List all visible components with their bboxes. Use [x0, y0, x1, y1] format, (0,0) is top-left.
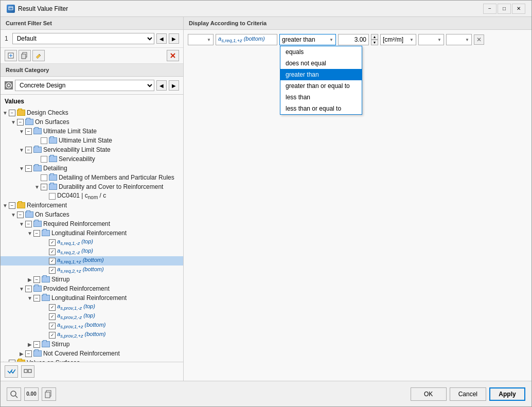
- tree-item-design-checks[interactable]: ▼ Design Checks: [1, 108, 183, 117]
- tree-item-as-req-2-z-top[interactable]: ▶ as,req,2,-z (top): [1, 247, 183, 256]
- tree-item-as-prov-2-z-top[interactable]: ▶ as,prov,2,-z (top): [1, 312, 183, 321]
- checkbox-sls-group[interactable]: [25, 147, 32, 153]
- tree-item-as-req-1-z-top[interactable]: ▶ as,req,1,-z (top): [1, 238, 183, 247]
- tree-item-sls-group[interactable]: ▼ Serviceability Limit State: [1, 145, 183, 154]
- toggle-required-reinforcement[interactable]: ▼: [18, 220, 25, 227]
- toggle-sls-group[interactable]: ▼: [18, 146, 25, 153]
- option-less-than-or-equal[interactable]: less than or equal to: [280, 103, 362, 114]
- checkbox-not-covered[interactable]: [25, 350, 32, 357]
- toggle-detailing-group[interactable]: ▼: [18, 165, 25, 172]
- checkbox-uls[interactable]: [41, 137, 47, 144]
- toggle-uls-group[interactable]: ▼: [18, 128, 25, 135]
- checkbox-as-req-1-z-top[interactable]: [49, 239, 56, 246]
- tree-item-required-reinforcement[interactable]: ▼ Required Reinforcement: [1, 219, 183, 228]
- checkbox-design-checks[interactable]: [9, 110, 15, 116]
- tree-item-reinforcement-surfaces[interactable]: ▼ On Surfaces: [1, 210, 183, 219]
- checkbox-required-reinforcement[interactable]: [25, 221, 32, 227]
- option-equals[interactable]: equals: [280, 46, 362, 58]
- checkbox-as-prov-2-z-bottom[interactable]: [49, 332, 56, 339]
- toggle-durability-group[interactable]: ▼: [33, 183, 41, 190]
- check-all-button[interactable]: [5, 365, 18, 378]
- value-spin-down[interactable]: ▼: [371, 40, 378, 45]
- tree-item-provided-reinforcement[interactable]: ▼ Provided Reinforcement: [1, 284, 183, 293]
- value-spin-up[interactable]: ▲: [371, 34, 378, 40]
- checkbox-long-reinforcement-prov[interactable]: [33, 295, 40, 302]
- checkbox-as-prov-2-z-top[interactable]: [49, 313, 56, 320]
- copy-filter-button[interactable]: [19, 50, 31, 61]
- checkbox-serviceability[interactable]: [41, 156, 47, 163]
- extra-dropdown-1[interactable]: ▼: [418, 34, 444, 45]
- tree-item-reinforcement[interactable]: ▼ Reinforcement: [1, 201, 183, 210]
- category-next-button[interactable]: ▶: [169, 80, 179, 91]
- toggle-longitudinal-reinforcement[interactable]: ▼: [26, 229, 33, 237]
- toggle-provided-reinforcement[interactable]: ▼: [18, 285, 25, 292]
- tree-item-as-prov-2-z-bottom[interactable]: ▶ as,prov,2,+z (bottom): [1, 330, 183, 340]
- checkbox-on-surfaces[interactable]: [17, 119, 24, 126]
- filter-next-button[interactable]: ▶: [169, 33, 179, 44]
- value-input[interactable]: [338, 34, 369, 45]
- toggle-reinforcement-surfaces[interactable]: ▼: [10, 211, 17, 218]
- toggle-long-reinforcement-prov[interactable]: ▼: [26, 294, 33, 302]
- option-greater-than[interactable]: greater than: [280, 69, 362, 80]
- toggle-design-checks[interactable]: ▼: [2, 109, 9, 116]
- tree-item-on-surfaces[interactable]: ▼ On Surfaces: [1, 117, 183, 127]
- toggle-reinforcement[interactable]: ▼: [2, 202, 9, 209]
- option-does-not-equal[interactable]: does not equal: [280, 58, 362, 69]
- tree-item-detailing-members[interactable]: ▶ Detailing of Members and Particular Ru…: [1, 173, 183, 182]
- checkbox-as-req-2-z-bottom[interactable]: [49, 267, 56, 274]
- toggle-stirrup[interactable]: ▶: [26, 276, 33, 283]
- remove-filter-button[interactable]: ✕: [474, 34, 484, 45]
- category-prev-button[interactable]: ◀: [156, 80, 167, 91]
- edit-filter-button[interactable]: [32, 50, 45, 61]
- maximize-button[interactable]: □: [498, 4, 511, 14]
- close-button[interactable]: ✕: [512, 4, 525, 14]
- toggle-on-surfaces[interactable]: ▼: [10, 118, 17, 126]
- tree-item-as-req-1-z-bottom[interactable]: ▶ as,req,1,+z (bottom): [1, 256, 183, 266]
- tree-item-not-covered[interactable]: ▶ Not Covered Reinforcement: [1, 349, 183, 358]
- footer-copy-button[interactable]: [42, 387, 56, 401]
- checkbox-stirrup-prov[interactable]: [33, 341, 40, 348]
- category-select[interactable]: Concrete Design: [15, 80, 154, 91]
- new-filter-button[interactable]: [5, 50, 17, 61]
- comparison-dropdown[interactable]: greater than ▼ equals does not equal gre…: [279, 34, 336, 45]
- tree-item-longitudinal-reinforcement[interactable]: ▼ Longitudinal Reinforcement: [1, 228, 183, 238]
- checkbox-reinforcement-surfaces[interactable]: [17, 211, 24, 218]
- filter-type-dropdown[interactable]: ▼: [188, 34, 214, 45]
- checkbox-as-prov-1-z-top[interactable]: [49, 304, 56, 311]
- tree-item-as-prov-1-z-bottom[interactable]: ▶ as,prov,1,+z (bottom): [1, 321, 183, 330]
- tree-item-values-on-surfaces[interactable]: ▶ Values on Surfaces: [1, 358, 183, 362]
- checkbox-reinforcement[interactable]: [9, 202, 15, 209]
- checkbox-as-req-1-z-bottom[interactable]: [49, 258, 56, 264]
- tree-item-detailing-group[interactable]: ▼ Detailing: [1, 164, 183, 173]
- filter-prev-button[interactable]: ◀: [156, 33, 167, 44]
- tree-item-dc0401[interactable]: ▶ DC0401 | cnom / c: [1, 191, 183, 201]
- delete-filter-button[interactable]: [167, 50, 179, 61]
- checkbox-detailing-group[interactable]: [25, 165, 32, 172]
- checkbox-as-req-2-z-top[interactable]: [49, 249, 56, 255]
- tree-item-as-req-2-z-bottom[interactable]: ▶ as,req,2,+z (bottom): [1, 266, 183, 275]
- tree-item-uls-group[interactable]: ▼ Ultimate Limit State: [1, 127, 183, 136]
- uncheck-all-button[interactable]: [21, 365, 34, 378]
- cancel-button[interactable]: Cancel: [450, 387, 486, 401]
- tree-item-stirrup-prov[interactable]: ▶ Stirrup: [1, 340, 183, 349]
- toggle-stirrup-prov[interactable]: ▶: [26, 341, 33, 348]
- apply-button[interactable]: Apply: [489, 387, 525, 401]
- checkbox-uls-group[interactable]: [25, 128, 32, 135]
- option-greater-than-or-equal[interactable]: greater than or equal to: [280, 80, 362, 92]
- footer-search-button[interactable]: [7, 387, 21, 401]
- checkbox-provided-reinforcement[interactable]: [25, 286, 32, 292]
- minimize-button[interactable]: −: [483, 4, 496, 14]
- tree-item-durability-group[interactable]: ▼ Durability and Cover to Reinforcement: [1, 182, 183, 191]
- unit-dropdown[interactable]: [cm²/m] ▼: [380, 34, 416, 45]
- checkbox-dc0401[interactable]: [49, 193, 56, 200]
- tree-item-serviceability[interactable]: ▶ Serviceability: [1, 154, 183, 164]
- tree-item-stirrup[interactable]: ▶ Stirrup: [1, 275, 183, 284]
- footer-value-button[interactable]: 0.00: [24, 387, 39, 401]
- checkbox-longitudinal-reinforcement[interactable]: [33, 230, 40, 237]
- ok-button[interactable]: OK: [411, 387, 447, 401]
- tree-item-long-reinforcement-prov[interactable]: ▼ Longitudinal Reinforcement: [1, 293, 183, 303]
- checkbox-stirrup[interactable]: [33, 276, 40, 283]
- option-less-than[interactable]: less than: [280, 92, 362, 103]
- checkbox-as-prov-1-z-bottom[interactable]: [49, 323, 56, 329]
- tree-item-uls[interactable]: ▶ Ultimate Limit State: [1, 136, 183, 145]
